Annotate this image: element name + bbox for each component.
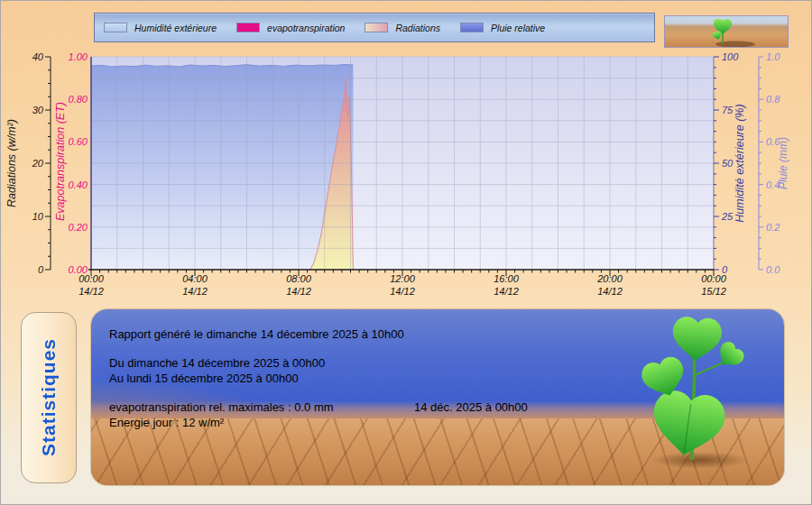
svg-text:14/12: 14/12 xyxy=(78,286,104,297)
svg-text:16:00: 16:00 xyxy=(494,273,519,284)
svg-text:0.2: 0.2 xyxy=(766,222,780,233)
svg-text:50: 50 xyxy=(722,158,734,169)
svg-text:100: 100 xyxy=(722,51,739,62)
legend-item-evapotranspiration: evapotranspiration xyxy=(236,23,345,33)
svg-text:12:00: 12:00 xyxy=(390,273,415,284)
svg-text:0.80: 0.80 xyxy=(69,94,88,105)
svg-text:0: 0 xyxy=(38,264,44,275)
series-layer xyxy=(91,65,353,271)
svg-text:0.40: 0.40 xyxy=(69,179,88,190)
evapotranspiration-swatch-icon xyxy=(236,23,260,32)
humidity-swatch-icon xyxy=(104,23,127,32)
et-max-date: 14 déc. 2025 à 00h00 xyxy=(414,400,528,414)
period-to-line: Au lundi 15 décembre 2025 à 00h00 xyxy=(109,372,299,385)
svg-text:Evapotranspiration (ET): Evapotranspiration (ET) xyxy=(54,102,67,221)
svg-text:75: 75 xyxy=(722,105,734,115)
svg-text:20:00: 20:00 xyxy=(596,273,623,284)
svg-text:15/12: 15/12 xyxy=(701,286,726,297)
svg-text:0.00: 0.00 xyxy=(69,264,88,275)
svg-text:0.0: 0.0 xyxy=(766,264,780,275)
report-generated-line: Rapport généré le dimanche 14 décembre 2… xyxy=(109,327,404,341)
svg-text:0: 0 xyxy=(722,264,728,275)
svg-text:10: 10 xyxy=(32,211,44,222)
axis-humidity: 0255075100Humidité extérieure (%) xyxy=(714,51,746,275)
et-max-line: evapotranspiration rel. maximales : 0.0 … xyxy=(109,400,334,414)
legend-label: Humidité extérieure xyxy=(134,23,217,33)
axis-time: 00:0014/1204:0014/1208:0014/1212:0014/12… xyxy=(78,270,726,297)
svg-text:08:00: 08:00 xyxy=(286,273,311,284)
svg-text:0.20: 0.20 xyxy=(69,222,88,233)
svg-text:20: 20 xyxy=(32,158,44,169)
plot-area xyxy=(91,57,714,270)
legend-item-humidity: Humidité extérieure xyxy=(104,23,217,33)
svg-text:0.6: 0.6 xyxy=(766,136,780,147)
svg-text:Pluie (mm): Pluie (mm) xyxy=(777,137,789,189)
svg-text:Radiations (w/m²): Radiations (w/m²) xyxy=(5,119,18,207)
gridlines xyxy=(91,57,714,270)
statistics-panel: Rapport généré le dimanche 14 décembre 2… xyxy=(91,309,784,485)
svg-text:14/12: 14/12 xyxy=(286,286,311,297)
svg-text:40: 40 xyxy=(32,51,44,62)
legend-label: Pluie relative xyxy=(491,23,545,33)
svg-text:00:00: 00:00 xyxy=(78,273,104,284)
svg-text:14/12: 14/12 xyxy=(390,286,415,297)
svg-text:0.4: 0.4 xyxy=(766,179,780,190)
chart-legend: Humidité extérieure evapotranspiration R… xyxy=(94,13,655,42)
svg-text:0.60: 0.60 xyxy=(69,136,88,147)
plant-illustration xyxy=(583,317,784,477)
tab-statistiques-label: Statistiques xyxy=(38,338,60,456)
svg-text:00:00: 00:00 xyxy=(701,273,726,284)
tab-statistiques[interactable]: Statistiques xyxy=(21,312,77,483)
svg-text:14/12: 14/12 xyxy=(182,286,208,297)
axis-rain: 0.00.20.40.60.81.0Pluie (mm) xyxy=(759,51,789,275)
rain-swatch-icon xyxy=(460,23,484,32)
period-from-line: Du dimanche 14 décembre 2025 à 00h00 xyxy=(109,356,325,370)
radiations-swatch-icon xyxy=(364,23,388,32)
legend-label: evapotranspiration xyxy=(267,23,345,33)
axis-radiations: 010203040Radiations (w/m²) xyxy=(5,51,51,275)
svg-text:14/12: 14/12 xyxy=(494,286,519,297)
svg-text:30: 30 xyxy=(32,105,44,115)
desert-plant-mini-icon xyxy=(665,16,789,48)
header-photo-thumbnail xyxy=(664,15,789,48)
svg-text:0.8: 0.8 xyxy=(766,94,780,105)
energy-day-line: Energie jour : 12 w/m² xyxy=(109,416,224,429)
svg-text:25: 25 xyxy=(721,211,734,222)
svg-text:04:00: 04:00 xyxy=(182,273,208,284)
svg-text:14/12: 14/12 xyxy=(597,286,623,297)
weather-report-page: 010203040Radiations (w/m²)0.000.200.400.… xyxy=(0,0,812,505)
legend-item-radiations: Radiations xyxy=(364,23,440,33)
svg-text:1.00: 1.00 xyxy=(69,51,88,62)
axis-evapotranspiration: 0.000.200.400.600.801.00Evapotranspirati… xyxy=(54,51,88,275)
svg-text:1.0: 1.0 xyxy=(766,51,780,62)
legend-label: Radiations xyxy=(395,23,440,33)
svg-text:Humidité extérieure (%): Humidité extérieure (%) xyxy=(734,104,746,222)
legend-item-rain: Pluie relative xyxy=(460,23,545,33)
